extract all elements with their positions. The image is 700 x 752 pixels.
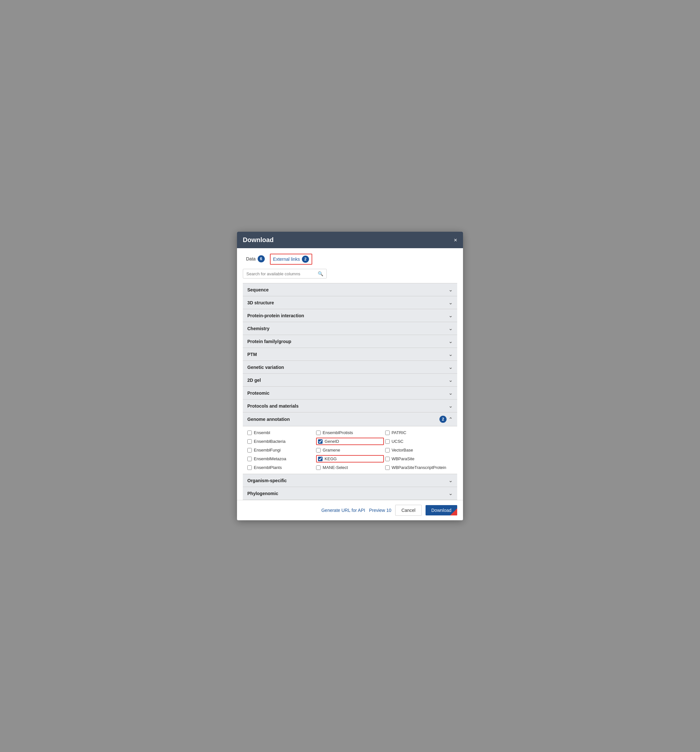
cancel-button[interactable]: Cancel	[395, 505, 422, 516]
checkbox-vector-base[interactable]: VectorBase	[385, 447, 453, 452]
tabs-container: Data 6 External links 2	[243, 253, 457, 265]
chevron-down-icon: ⌄	[448, 377, 453, 383]
ensembl-label: Ensembl	[254, 430, 270, 435]
section-3d-structure[interactable]: 3D structure ⌄	[243, 296, 457, 309]
section-genome-annotation-label: Genome annotation	[247, 417, 289, 422]
tab-data-badge: 6	[258, 255, 265, 263]
gene-id-checkbox[interactable]	[318, 439, 322, 444]
section-protein-protein-label: Protein-protein interaction	[247, 313, 304, 318]
ensembl-metazoa-checkbox[interactable]	[247, 457, 252, 461]
wbpara-site-transcript-label: WBParaSiteTranscriptProtein	[392, 465, 446, 470]
wbpara-site-label: WBParaSite	[392, 456, 415, 461]
patric-checkbox[interactable]	[385, 430, 390, 435]
modal-body: Data 6 External links 2 🔍 Sequence ⌄	[237, 248, 463, 500]
section-protocols[interactable]: Protocols and materials ⌄	[243, 399, 457, 412]
section-genome-annotation[interactable]: Genome annotation 2 ⌃	[243, 412, 457, 426]
ensembl-bacteria-label: EnsemblBacteria	[254, 439, 285, 444]
chevron-down-icon: ⌄	[448, 390, 453, 396]
section-genetic-variation-label: Genetic variation	[247, 365, 284, 370]
checkbox-ensembl-metazoa[interactable]: EnsemblMetazoa	[247, 455, 315, 463]
checkbox-ucsc[interactable]: UCSC	[385, 438, 453, 445]
preview-link[interactable]: Preview 10	[369, 508, 391, 513]
modal-overlay[interactable]: Download × Data 6 External links 2 🔍	[0, 0, 700, 752]
ensembl-plants-checkbox[interactable]	[247, 465, 252, 470]
section-ptm-label: PTM	[247, 352, 257, 357]
chevron-up-icon: ⌃	[448, 416, 453, 423]
chevron-down-icon: ⌄	[448, 351, 453, 357]
section-protein-family-label: Protein family/group	[247, 339, 291, 344]
chevron-down-icon: ⌄	[448, 403, 453, 409]
modal-title: Download	[243, 236, 274, 244]
section-genome-right: 2 ⌃	[439, 416, 453, 423]
section-sequence[interactable]: Sequence ⌄	[243, 283, 457, 296]
checkbox-gramene[interactable]: Gramene	[316, 447, 384, 452]
chevron-down-icon: ⌄	[448, 490, 453, 496]
checkbox-ensembl-fungi[interactable]: EnsemblFungi	[247, 447, 315, 452]
section-organism-label: Organism-specific	[247, 478, 287, 483]
section-chemistry[interactable]: Chemistry ⌄	[243, 322, 457, 335]
search-input[interactable]	[246, 272, 318, 276]
vector-base-checkbox[interactable]	[385, 448, 390, 452]
section-protein-family[interactable]: Protein family/group ⌄	[243, 335, 457, 348]
section-phylogenomic[interactable]: Phylogenomic ⌄	[243, 487, 457, 500]
modal-close-button[interactable]: ×	[454, 237, 457, 243]
section-protein-protein[interactable]: Protein-protein interaction ⌄	[243, 309, 457, 322]
vector-base-label: VectorBase	[392, 447, 413, 452]
ensembl-fungi-label: EnsemblFungi	[254, 447, 281, 452]
checkbox-wbpara-site-transcript[interactable]: WBParaSiteTranscriptProtein	[385, 465, 453, 470]
section-protocols-label: Protocols and materials	[247, 404, 299, 409]
tab-external-links-label: External links	[273, 256, 300, 262]
mane-select-label: MANE-Select	[322, 465, 348, 470]
generate-url-link[interactable]: Generate URL for API	[321, 508, 365, 513]
modal-footer: Generate URL for API Preview 10 Cancel D…	[237, 500, 463, 520]
chevron-down-icon: ⌄	[448, 364, 453, 370]
section-list: Sequence ⌄ 3D structure ⌄ Protein-protei…	[243, 283, 457, 500]
ensembl-plants-label: EnsemblPlants	[254, 465, 282, 470]
checkbox-wbpara-site[interactable]: WBParaSite	[385, 455, 453, 463]
section-2d-gel-label: 2D gel	[247, 378, 261, 383]
checkbox-grid: Ensembl EnsemblProtists PATRIC E	[247, 430, 453, 470]
wbpara-site-transcript-checkbox[interactable]	[385, 465, 390, 470]
download-modal: Download × Data 6 External links 2 🔍	[237, 232, 463, 520]
checkbox-ensembl[interactable]: Ensembl	[247, 430, 315, 435]
checkbox-mane-select[interactable]: MANE-Select	[316, 465, 384, 470]
mane-select-checkbox[interactable]	[316, 465, 320, 470]
section-organism-specific[interactable]: Organism-specific ⌄	[243, 474, 457, 487]
checkbox-ensembl-plants[interactable]: EnsemblPlants	[247, 465, 315, 470]
kegg-checkbox[interactable]	[318, 457, 322, 461]
checkbox-gene-id[interactable]: GeneID	[316, 438, 384, 445]
checkbox-patric[interactable]: PATRIC	[385, 430, 453, 435]
ensembl-fungi-checkbox[interactable]	[247, 448, 252, 452]
checkbox-ensembl-bacteria[interactable]: EnsemblBacteria	[247, 438, 315, 445]
wbpara-site-checkbox[interactable]	[385, 457, 390, 461]
section-3d-label: 3D structure	[247, 300, 274, 305]
checkbox-kegg[interactable]: KEGG	[316, 455, 384, 463]
section-2d-gel[interactable]: 2D gel ⌄	[243, 374, 457, 387]
ensembl-bacteria-checkbox[interactable]	[247, 439, 252, 444]
ensembl-protists-checkbox[interactable]	[316, 430, 320, 435]
checkbox-ensembl-protists[interactable]: EnsemblProtists	[316, 430, 384, 435]
search-icon: 🔍	[318, 271, 323, 276]
patric-label: PATRIC	[392, 430, 406, 435]
download-button[interactable]: Download	[426, 505, 457, 516]
section-ptm[interactable]: PTM ⌄	[243, 348, 457, 361]
section-proteomic[interactable]: Proteomic ⌄	[243, 387, 457, 399]
tab-external-links-badge: 2	[302, 256, 309, 263]
ensembl-checkbox[interactable]	[247, 430, 252, 435]
chevron-down-icon: ⌄	[448, 477, 453, 483]
section-chemistry-label: Chemistry	[247, 326, 269, 331]
gramene-checkbox[interactable]	[316, 448, 320, 452]
gramene-label: Gramene	[322, 447, 340, 452]
ucsc-label: UCSC	[392, 439, 404, 444]
ucsc-checkbox[interactable]	[385, 439, 390, 444]
section-phylogenomic-label: Phylogenomic	[247, 491, 278, 496]
chevron-down-icon: ⌄	[448, 312, 453, 319]
tab-external-links[interactable]: External links 2	[270, 254, 312, 265]
section-genetic-variation[interactable]: Genetic variation ⌄	[243, 361, 457, 374]
tab-data[interactable]: Data 6	[243, 253, 268, 265]
chevron-down-icon: ⌄	[448, 287, 453, 293]
search-container: 🔍	[243, 269, 327, 278]
tab-data-label: Data	[246, 256, 256, 261]
ensembl-protists-label: EnsemblProtists	[322, 430, 353, 435]
chevron-down-icon: ⌄	[448, 300, 453, 306]
